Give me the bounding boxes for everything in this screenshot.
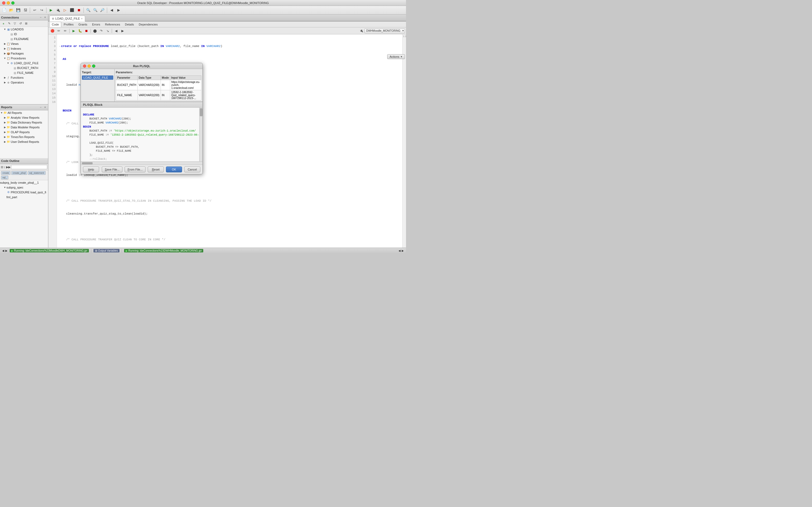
save-file-button[interactable]: Save File... xyxy=(102,167,122,172)
debug-btn[interactable]: ▷ xyxy=(62,7,68,13)
reports-close-btn[interactable]: × xyxy=(43,105,47,109)
tree-item-loadids[interactable]: ▼ ▦ LOADIDS xyxy=(0,27,48,32)
tree-item-load-quiz-file[interactable]: ▼ ⚙ LOAD_QUIZ_FILE xyxy=(0,61,48,65)
maximize-button[interactable] xyxy=(11,1,14,5)
expand-functions[interactable]: ▶ xyxy=(3,76,6,79)
connect-btn[interactable]: 🔌 xyxy=(55,7,61,13)
plsql-hscrollbar[interactable] xyxy=(81,161,202,165)
tree-item-id[interactable]: ▤ ID xyxy=(0,32,48,37)
step-btn[interactable]: ⬛ xyxy=(69,7,75,13)
ok-button[interactable]: OK xyxy=(166,167,182,172)
from-file-button[interactable]: From File... xyxy=(125,167,146,172)
save-procedure-btn[interactable]: 🔴 xyxy=(49,28,55,34)
reports-user-defined[interactable]: ▶ 📁 User Defined Reports xyxy=(0,139,48,144)
dialog-minimize-btn[interactable] xyxy=(88,64,91,68)
tree-item-filename[interactable]: ▤ FILENAME xyxy=(0,37,48,41)
run-procedure-btn[interactable]: ▶ xyxy=(71,28,76,34)
stop-btn[interactable]: ⏹ xyxy=(76,7,82,13)
search-btn[interactable]: 🔍 xyxy=(85,7,92,13)
undo-btn[interactable]: ↩ xyxy=(32,7,38,13)
nav-fwd-btn[interactable]: ▶ xyxy=(119,28,125,34)
target-list-item[interactable]: LOAD_QUIZ_FILE xyxy=(82,75,113,80)
tree-item-indexes[interactable]: ▶ 📋 Indexes xyxy=(0,46,48,51)
compile-debug-btn[interactable]: ✏ xyxy=(62,28,68,34)
connection-dropdown[interactable]: DWHMoodle_MONITORING ▼ xyxy=(364,29,405,33)
tree-item-packages[interactable]: ▶ 📦 Packages xyxy=(0,51,48,56)
param-row-filename[interactable]: FILE_NAME VARCHAR2(200) IN 13592-2-18635… xyxy=(116,90,201,101)
save-all-btn[interactable]: 🖫 xyxy=(22,7,28,13)
reports-all[interactable]: ▼ 📁 All Reports xyxy=(0,110,48,115)
outline-sort-btn[interactable]: ↕ xyxy=(4,165,6,169)
expand-load-quiz-file[interactable]: ▼ xyxy=(6,61,10,65)
redo-btn[interactable]: ↪ xyxy=(39,7,45,13)
reports-modeler[interactable]: ▶ 📁 Data Modeler Reports xyxy=(0,125,48,130)
zoom-out-btn[interactable]: 🔎 xyxy=(99,7,106,13)
help-button[interactable]: Help xyxy=(83,167,99,172)
dialog-maximize-btn[interactable] xyxy=(92,64,95,68)
subtab-details[interactable]: Details xyxy=(122,22,136,27)
stop-procedure-btn[interactable]: ⏹ xyxy=(83,28,90,34)
status-run-2[interactable]: ▶ Running: IdeConnections%23DWHMoodle_MO… xyxy=(124,249,203,252)
run-btn[interactable]: ▶ xyxy=(48,7,54,13)
tree-item-operators[interactable]: ▶ ⊕ Operators xyxy=(0,80,48,85)
open-btn[interactable]: 📂 xyxy=(8,7,14,13)
nav-back-btn[interactable]: ◀ xyxy=(113,28,119,34)
filter-btn[interactable]: ▽ xyxy=(12,21,17,26)
status-output[interactable]: ⊞ Output Variables xyxy=(94,249,119,252)
outline-subprg-body[interactable]: subprg_body create_plsql__1 xyxy=(0,180,48,185)
expand-packages[interactable]: ▶ xyxy=(3,52,6,55)
expand-modeler[interactable]: ▶ xyxy=(3,126,6,129)
expand-subprg-spec[interactable]: ▼ xyxy=(3,186,6,189)
status-run-1[interactable]: ▶ Running: IdeConnections%23MoodleDWH_MO… xyxy=(10,249,89,252)
outline-search-input[interactable] xyxy=(11,165,47,169)
save-btn[interactable]: 💾 xyxy=(15,7,21,13)
tree-item-functions[interactable]: ▶ ƒ Functions xyxy=(0,75,48,80)
navigate-back-btn[interactable]: ◀ xyxy=(109,7,115,13)
outline-collapse-btn[interactable]: ⊟ xyxy=(1,165,3,169)
expand-views[interactable]: ▶ xyxy=(3,42,6,45)
edit-connection-btn[interactable]: ✎ xyxy=(6,21,12,26)
tree-item-views[interactable]: ▶ 📋 Views xyxy=(0,41,48,46)
plsql-hscroll-thumb[interactable] xyxy=(82,162,93,164)
expand-timesten[interactable]: ▶ xyxy=(3,135,6,138)
expand-olap[interactable]: ▶ xyxy=(3,130,6,134)
schema-browser-btn[interactable]: ⊞ xyxy=(23,21,29,26)
reports-olap[interactable]: ▶ 📁 OLAP Reports xyxy=(0,130,48,134)
step-over-btn[interactable]: ↷ xyxy=(98,28,104,34)
compile-btn[interactable]: ✏ xyxy=(56,28,62,34)
step-into-btn[interactable]: ↘ xyxy=(105,28,111,34)
navigate-fwd-btn[interactable]: ▶ xyxy=(115,7,122,13)
status-nav-prev[interactable]: ◀ xyxy=(399,249,401,252)
nav-left-icon[interactable]: ◀ xyxy=(2,249,4,252)
tree-item-bucket-path[interactable]: ▤ BUCKET_PATH xyxy=(0,65,48,70)
nav-right-icon[interactable]: ▶ xyxy=(5,249,7,252)
plsql-editor[interactable]: DECLARE BUCKET_PATH VARCHAR2(200); FILE_… xyxy=(81,108,199,161)
cancel-button[interactable]: Cancel xyxy=(184,167,200,172)
tab-load-quiz-file[interactable]: ⚙ LOAD_QUIZ_FILE × xyxy=(49,15,85,21)
tab-close-btn[interactable]: × xyxy=(81,17,83,20)
actions-button[interactable]: Actions ▼ xyxy=(387,54,405,59)
outline-procedure[interactable]: ⚙ PROCEDURE load_quiz_fi xyxy=(0,190,48,195)
reports-minimize-btn[interactable]: − xyxy=(39,105,43,109)
reports-dict[interactable]: ▶ 📁 Data Dictionary Reports xyxy=(0,120,48,125)
subtab-grants[interactable]: Grants xyxy=(76,22,90,27)
close-button[interactable] xyxy=(2,1,5,5)
breakpoint-btn[interactable]: ⬤ xyxy=(92,28,98,34)
expand-analytic[interactable]: ▶ xyxy=(3,116,6,119)
tree-item-file-name[interactable]: ▤ FILE_NAME xyxy=(0,70,48,75)
debug-procedure-btn[interactable]: 🐛 xyxy=(77,28,83,34)
expand-indexes[interactable]: ▶ xyxy=(3,47,6,50)
expand-operators[interactable]: ▶ xyxy=(3,81,6,84)
connections-minimize-btn[interactable]: − xyxy=(39,15,43,19)
outline-fml-part[interactable]: fml_part xyxy=(0,195,48,200)
connections-close-btn[interactable]: × xyxy=(43,15,47,19)
subtab-dependencies[interactable]: Dependencies xyxy=(136,22,160,27)
add-connection-btn[interactable]: + xyxy=(1,21,6,26)
outline-run-btn[interactable]: ▶▶ xyxy=(6,165,10,169)
subtab-profiles[interactable]: Profiles xyxy=(61,22,76,27)
reports-analytic[interactable]: ▶ 📁 Analytic View Reports xyxy=(0,115,48,120)
expand-procedures[interactable]: ▼ xyxy=(3,57,6,60)
expand-loadids[interactable]: ▼ xyxy=(3,27,6,31)
subtab-references[interactable]: References xyxy=(103,22,122,27)
refresh-btn[interactable]: ↺ xyxy=(18,21,23,26)
